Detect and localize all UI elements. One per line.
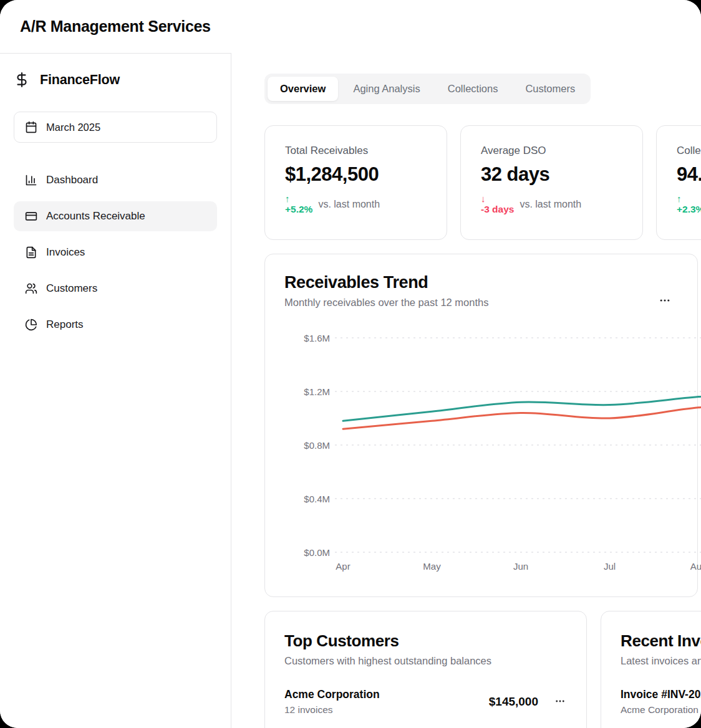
credit-card-icon — [25, 210, 37, 223]
svg-text:Jun: Jun — [513, 561, 528, 572]
stat-trend: ↓-3 days vs. last month — [481, 193, 622, 215]
tab-overview[interactable]: Overview — [268, 77, 338, 101]
arrow-down-icon: ↓ — [481, 193, 486, 204]
line-chart-canvas: $1.6M$1.2M$0.8M$0.4M$0.0MAprMayJunJulAug… — [284, 310, 701, 578]
brand-name: FinanceFlow — [40, 72, 120, 88]
svg-text:$0.0M: $0.0M — [304, 547, 330, 558]
invoice-name: Invoice #INV-2025-001 — [621, 688, 701, 701]
stat-trend: ↑+5.2% vs. last month — [285, 193, 427, 215]
stat-label: Collection Rate — [677, 145, 701, 157]
tab-bar: Overview Aging Analysis Collections Cust… — [264, 74, 591, 104]
pie-chart-icon — [25, 318, 37, 331]
stat-value: 94.2% — [677, 163, 701, 186]
svg-text:Apr: Apr — [336, 561, 350, 572]
comparison-text: vs. last month — [520, 199, 581, 210]
sidebar-item-customers[interactable]: Customers — [14, 274, 217, 304]
sidebar: FinanceFlow March 2025 Dashboard Account… — [0, 53, 231, 728]
bottom-cards-row: Top Customers Customers with highest out… — [264, 611, 701, 728]
stat-value: $1,284,500 — [285, 163, 427, 186]
tab-customers[interactable]: Customers — [513, 77, 587, 101]
recent-invoices-card: Recent Invoices Latest invoices and thei… — [601, 611, 701, 728]
stat-label: Average DSO — [481, 145, 622, 157]
customer-row: Acme Corporation 12 invoices $145,000 — [284, 688, 567, 716]
main-content: Overview Aging Analysis Collections Cust… — [231, 53, 701, 728]
chart-title: Receivables Trend — [284, 273, 678, 292]
customer-info: Acme Corporation 12 invoices — [284, 688, 380, 716]
sidebar-item-label: Customers — [46, 282, 97, 295]
sidebar-item-label: Reports — [46, 318, 84, 331]
stat-trend: ↑+2.3% vs. last month — [677, 193, 701, 215]
invoice-info: Invoice #INV-2025-001 Acme Corporation — [621, 688, 701, 716]
customer-detail: 12 invoices — [284, 704, 380, 716]
delta-value: +5.2% — [285, 204, 312, 215]
svg-text:Aug: Aug — [690, 561, 701, 572]
customer-amount: $145,000 — [489, 695, 538, 709]
period-label: March 2025 — [46, 122, 100, 133]
stat-card-collection-rate: Collection Rate 94.2% ↑+2.3% vs. last mo… — [656, 125, 701, 240]
sidebar-item-accounts-receivable[interactable]: Accounts Receivable — [14, 201, 217, 231]
sidebar-item-label: Dashboard — [46, 174, 98, 186]
stat-card-total-receivables: Total Receivables $1,284,500 ↑+5.2% vs. … — [264, 125, 447, 240]
svg-text:May: May — [423, 561, 441, 572]
sidebar-nav: Dashboard Accounts Receivable Invoices C… — [14, 165, 217, 340]
receivables-trend-card: Receivables Trend Monthly receivables ov… — [264, 254, 698, 597]
tab-aging-analysis[interactable]: Aging Analysis — [341, 77, 432, 101]
period-selector[interactable]: March 2025 — [14, 112, 217, 143]
top-customers-card: Top Customers Customers with highest out… — [264, 611, 587, 728]
delta-value: +2.3% — [677, 204, 701, 215]
delta-value: -3 days — [481, 204, 514, 215]
customer-row-right: $145,000 — [489, 694, 567, 710]
app-header: A/R Management Services — [0, 0, 701, 53]
recent-invoices-title: Recent Invoices — [621, 631, 701, 651]
brand: FinanceFlow — [14, 67, 217, 92]
tab-collections[interactable]: Collections — [435, 77, 511, 101]
calendar-icon — [25, 121, 37, 133]
delta-up: ↑+2.3% — [677, 193, 701, 215]
stat-value: 32 days — [481, 163, 622, 186]
stat-label: Total Receivables — [285, 145, 427, 157]
comparison-text: vs. last month — [318, 199, 380, 210]
chart-subtitle: Monthly receivables over the past 12 mon… — [284, 297, 678, 309]
customer-name: Acme Corporation — [284, 688, 380, 701]
top-customers-subtitle: Customers with highest outstanding balan… — [284, 655, 567, 667]
sidebar-item-invoices[interactable]: Invoices — [14, 237, 217, 267]
invoice-customer: Acme Corporation — [621, 704, 701, 716]
ellipsis-menu-icon[interactable] — [553, 694, 567, 710]
svg-text:$1.6M: $1.6M — [304, 333, 330, 343]
sidebar-item-reports[interactable]: Reports — [14, 310, 217, 340]
top-customers-title: Top Customers — [284, 631, 567, 651]
stat-card-average-dso: Average DSO 32 days ↓-3 days vs. last mo… — [460, 125, 643, 240]
trend-chart: $1.6M$1.2M$0.8M$0.4M$0.0MAprMayJunJulAug… — [284, 310, 678, 578]
sidebar-item-dashboard[interactable]: Dashboard — [14, 165, 217, 195]
arrow-up-icon: ↑ — [285, 193, 290, 204]
arrow-up-icon: ↑ — [677, 193, 682, 204]
bar-chart-icon — [25, 174, 37, 186]
ellipsis-menu-icon[interactable] — [657, 293, 672, 310]
svg-text:$0.8M: $0.8M — [304, 440, 330, 451]
delta-up: ↑+5.2% — [285, 193, 312, 215]
svg-text:$1.2M: $1.2M — [304, 386, 330, 397]
app-window: A/R Management Services FinanceFlow Marc… — [0, 0, 701, 728]
recent-invoices-subtitle: Latest invoices and their status — [621, 655, 701, 667]
page-title: A/R Management Services — [20, 17, 211, 36]
invoice-row: Invoice #INV-2025-001 Acme Corporation — [621, 688, 701, 716]
users-icon — [25, 282, 37, 295]
stats-row: Total Receivables $1,284,500 ↑+5.2% vs. … — [264, 125, 701, 240]
svg-text:$0.4M: $0.4M — [304, 494, 330, 504]
sidebar-item-label: Accounts Receivable — [46, 210, 145, 223]
invoice-file-icon — [25, 246, 37, 259]
svg-text:Jul: Jul — [604, 561, 616, 572]
delta-down: ↓-3 days — [481, 193, 514, 215]
dollar-icon — [14, 72, 30, 88]
sidebar-item-label: Invoices — [46, 246, 85, 259]
